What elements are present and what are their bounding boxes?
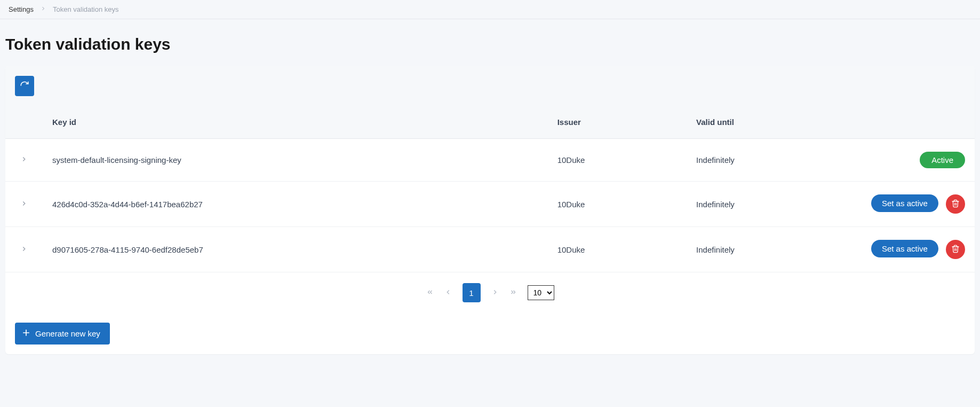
delete-button[interactable] [946, 194, 965, 214]
table-toolbar [5, 66, 975, 106]
footer-actions: Generate new key [5, 308, 975, 345]
chevron-right-icon [491, 288, 499, 298]
cell-actions: Set as active [857, 227, 975, 272]
refresh-icon [20, 81, 29, 92]
chevron-right-icon [20, 155, 28, 165]
cell-valid-until: Indefinitely [687, 227, 857, 272]
breadcrumb: Settings Token validation keys [0, 0, 980, 19]
set-as-active-button[interactable]: Set as active [871, 194, 938, 212]
pagination: 1 10 [5, 272, 975, 308]
cell-key-id: system-default-licensing-signing-key [43, 139, 548, 182]
cell-valid-until: Indefinitely [687, 182, 857, 227]
expand-row-button[interactable] [5, 139, 43, 182]
chevron-right-icon [20, 245, 28, 254]
expand-row-button[interactable] [5, 182, 43, 227]
cell-issuer: 10Duke [548, 182, 687, 227]
pagination-next-button[interactable] [491, 288, 499, 298]
cell-issuer: 10Duke [548, 139, 687, 182]
keys-card: Key id Issuer Valid until system-default… [5, 66, 975, 354]
col-actions [857, 106, 975, 139]
breadcrumb-settings-link[interactable]: Settings [9, 5, 34, 13]
delete-button[interactable] [946, 240, 965, 259]
breadcrumb-current: Token validation keys [53, 5, 119, 13]
refresh-button[interactable] [15, 76, 34, 96]
set-as-active-button[interactable]: Set as active [871, 240, 938, 257]
chevron-right-icon [20, 200, 28, 209]
chevron-double-right-icon [509, 288, 517, 298]
trash-icon [951, 199, 960, 209]
expand-row-button[interactable] [5, 227, 43, 272]
chevron-left-icon [444, 288, 452, 298]
col-expand [5, 106, 43, 139]
page-title: Token validation keys [5, 35, 975, 53]
generate-new-key-button[interactable]: Generate new key [15, 323, 110, 345]
table-row: 426d4c0d-352a-4d44-b6ef-1417bea62b27 10D… [5, 182, 975, 227]
trash-icon [951, 245, 960, 255]
col-valid-until: Valid until [687, 106, 857, 139]
cell-key-id: 426d4c0d-352a-4d44-b6ef-1417bea62b27 [43, 182, 548, 227]
table-row: system-default-licensing-signing-key 10D… [5, 139, 975, 182]
generate-new-key-label: Generate new key [35, 329, 100, 338]
chevron-double-left-icon [426, 288, 434, 298]
cell-issuer: 10Duke [548, 227, 687, 272]
cell-valid-until: Indefinitely [687, 139, 857, 182]
page-size-select[interactable]: 10 [528, 285, 554, 300]
chevron-right-icon [40, 5, 46, 13]
keys-table: Key id Issuer Valid until system-default… [5, 106, 975, 272]
pagination-last-button[interactable] [509, 288, 517, 298]
cell-actions: Active [857, 139, 975, 182]
col-issuer: Issuer [548, 106, 687, 139]
cell-key-id: d9071605-278a-4115-9740-6edf28de5eb7 [43, 227, 548, 272]
pagination-current-page[interactable]: 1 [463, 283, 481, 302]
col-key-id: Key id [43, 106, 548, 139]
cell-actions: Set as active [857, 182, 975, 227]
plus-icon [21, 328, 31, 339]
pagination-prev-button[interactable] [444, 288, 452, 298]
table-row: d9071605-278a-4115-9740-6edf28de5eb7 10D… [5, 227, 975, 272]
status-badge: Active [920, 152, 965, 168]
pagination-first-button[interactable] [426, 288, 434, 298]
